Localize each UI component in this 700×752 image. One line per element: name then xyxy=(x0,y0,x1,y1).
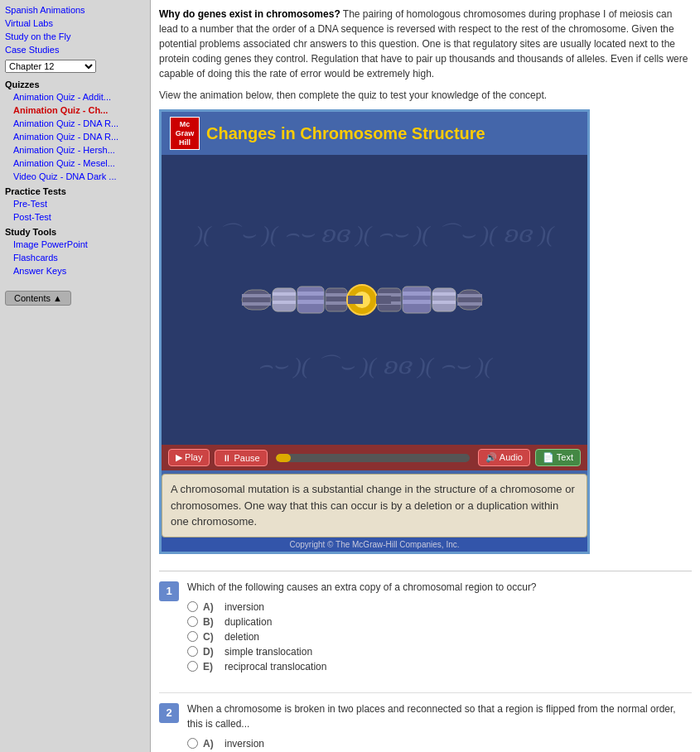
sidebar-item-case-studies[interactable]: Case Studies xyxy=(0,43,150,56)
bg-chr-11: ʚɞ xyxy=(503,220,531,248)
sidebar-item-image-powerpoint[interactable]: Image PowerPoint xyxy=(0,238,150,251)
question-text-2: When a chromosome is broken in two place… xyxy=(187,701,692,731)
pause-button[interactable]: ⏸ Pause xyxy=(215,450,267,466)
sidebar-item-study-on-the-fly[interactable]: Study on the Fly xyxy=(0,30,150,43)
bg-chr-20: )( xyxy=(476,353,492,379)
answer-text-1d: simple translocation xyxy=(224,646,312,658)
question-text-1: Which of the following causes an extra c… xyxy=(187,580,692,595)
radio-1c[interactable] xyxy=(187,631,198,642)
bg-chr-2: ⌒⌣ xyxy=(217,219,255,250)
progress-bar-fill xyxy=(276,454,292,462)
bg-chr-12: )( xyxy=(538,221,554,248)
sidebar-item-quiz-mesel[interactable]: Animation Quiz - Mesel... xyxy=(0,157,150,170)
sidebar-item-virtual-labs[interactable]: Virtual Labs xyxy=(0,17,150,30)
progress-bar[interactable] xyxy=(276,454,471,462)
question-number-2: 2 xyxy=(159,703,179,723)
bg-chr-3: )( xyxy=(262,221,278,248)
intro-bold: Why do genes exist in chromosomes? xyxy=(159,8,340,20)
bg-chr-6: )( xyxy=(355,221,371,248)
sidebar-item-quiz-dna-r2[interactable]: Animation Quiz - DNA R... xyxy=(0,130,150,143)
svg-rect-3 xyxy=(273,288,296,311)
sidebar-item-flashcards[interactable]: Flashcards xyxy=(0,251,150,264)
svg-rect-4 xyxy=(273,292,296,296)
answer-option-1d: D) simple translocation xyxy=(187,646,692,658)
bg-chr-8: )( xyxy=(414,221,430,248)
radio-1e[interactable] xyxy=(187,661,198,672)
svg-rect-23 xyxy=(457,290,482,310)
practice-tests-label: Practice Tests xyxy=(0,183,150,197)
chapter-select[interactable]: Chapter 12 xyxy=(5,60,96,73)
bg-chr-14: )( xyxy=(294,353,310,379)
mcgraw-logo: McGrawHill xyxy=(170,117,200,150)
svg-rect-27 xyxy=(376,296,391,304)
svg-rect-24 xyxy=(457,294,482,297)
bg-chr-19: ⌢⌣ xyxy=(440,352,470,379)
text-button[interactable]: 📄 Text xyxy=(535,449,581,466)
bg-chr-10: )( xyxy=(481,221,497,248)
bg-chr-15: ⌒⌣ xyxy=(316,350,354,382)
sidebar-item-spanish-animations[interactable]: Spanish Animations xyxy=(0,3,150,17)
answer-label-1c: C) xyxy=(203,631,220,643)
contents-button[interactable]: Contents ▲ xyxy=(5,291,71,306)
question-block-2: 2 When a chromosome is broken in two pla… xyxy=(159,701,692,752)
svg-rect-0 xyxy=(242,290,271,310)
answer-label-1e: E) xyxy=(203,661,220,672)
radio-2a[interactable] xyxy=(187,738,198,749)
animation-screen: )( ⌒⌣ )( ⌢⌣ ʚɞ )( ⌢⌣ )( ⌒⌣ )( ʚɞ )( ⌢⌣ )… xyxy=(162,155,587,445)
chapter-select-row: Chapter 12 xyxy=(0,56,150,76)
radio-1d[interactable] xyxy=(187,646,198,657)
answer-option-1c: C) deletion xyxy=(187,631,692,643)
answer-text-1b: duplication xyxy=(224,616,272,628)
sidebar-item-answer-keys[interactable]: Answer Keys xyxy=(0,264,150,277)
animation-header: McGrawHill Changes in Chromosome Structu… xyxy=(162,112,587,155)
answer-option-2a: A) inversion xyxy=(187,738,692,750)
quizzes-label: Quizzes xyxy=(0,76,150,90)
svg-rect-20 xyxy=(432,288,456,311)
answer-label-1d: D) xyxy=(203,646,220,658)
main-content: Why do genes exist in chromosomes? The p… xyxy=(151,0,700,752)
bg-chr-13: ⌢⌣ xyxy=(258,352,287,379)
svg-rect-2 xyxy=(242,302,271,306)
answer-text-1a: inversion xyxy=(224,601,264,613)
svg-rect-25 xyxy=(457,302,482,306)
question-block-1: 1 Which of the following causes an extra… xyxy=(159,580,692,676)
svg-rect-19 xyxy=(403,300,431,304)
answer-option-1e: E) reciprocal translocation xyxy=(187,661,692,672)
sub-text: View the animation below, then complete … xyxy=(159,88,692,103)
question-content-1: Which of the following causes an extra c… xyxy=(187,580,692,676)
bg-chr-5: ʚɞ xyxy=(321,220,349,248)
bg-chr-16: )( xyxy=(360,353,376,379)
sidebar-item-quiz-addit[interactable]: Animation Quiz - Addit... xyxy=(0,90,150,104)
bg-chr-18: )( xyxy=(418,353,433,379)
svg-rect-18 xyxy=(403,292,431,296)
answer-label-1b: B) xyxy=(203,616,220,628)
bg-chr-9: ⌒⌣ xyxy=(437,219,475,250)
sidebar-item-quiz-ch[interactable]: Animation Quiz - Ch... xyxy=(0,104,150,117)
study-tools-label: Study Tools xyxy=(0,224,150,238)
bg-chr-17: ʚɞ xyxy=(383,352,411,379)
answer-label-1a: A) xyxy=(203,601,220,613)
svg-rect-5 xyxy=(273,301,296,304)
quiz-section: 1 Which of the following causes an extra… xyxy=(159,571,692,752)
animation-copyright: Copyright © The McGraw-Hill Companies, I… xyxy=(162,537,587,552)
sidebar-item-quiz-hersh[interactable]: Animation Quiz - Hersh... xyxy=(0,143,150,157)
sidebar-item-post-test[interactable]: Post-Test xyxy=(0,210,150,224)
sidebar-item-quiz-video-dna[interactable]: Video Quiz - DNA Dark ... xyxy=(0,170,150,183)
svg-rect-21 xyxy=(432,292,456,296)
play-button[interactable]: ▶ Play xyxy=(168,449,210,466)
radio-1b[interactable] xyxy=(187,616,198,627)
radio-1a[interactable] xyxy=(187,601,198,612)
intro-paragraph: Why do genes exist in chromosomes? The p… xyxy=(159,7,692,81)
svg-rect-11 xyxy=(326,301,347,305)
answer-label-2a: A) xyxy=(203,738,220,750)
svg-rect-10 xyxy=(326,293,347,296)
question-content-2: When a chromosome is broken in two place… xyxy=(187,701,692,752)
audio-button[interactable]: 🔊 Audio xyxy=(478,449,530,466)
answer-text-1c: deletion xyxy=(224,631,259,643)
svg-rect-26 xyxy=(348,296,363,304)
svg-rect-9 xyxy=(326,288,347,311)
animation-controls: ▶ Play ⏸ Pause 🔊 Audio 📄 Text xyxy=(162,445,587,470)
bg-chr-4: ⌢⌣ xyxy=(284,220,314,248)
sidebar-item-quiz-dna-r1[interactable]: Animation Quiz - DNA R... xyxy=(0,117,150,130)
sidebar-item-pre-test[interactable]: Pre-Test xyxy=(0,197,150,210)
